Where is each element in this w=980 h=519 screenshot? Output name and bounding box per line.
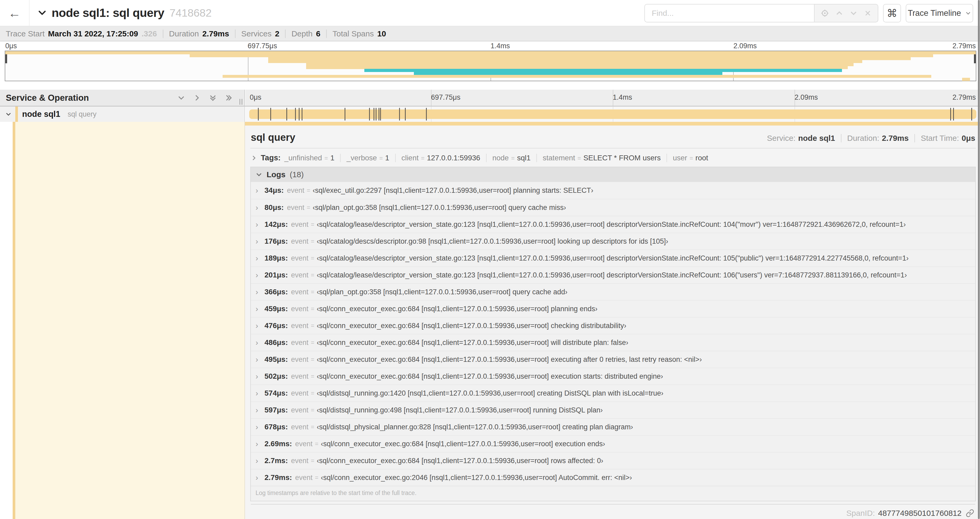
log-entry-row[interactable]: ›80μs:event=‹sql/plan_opt.go:358 [nsql1,… bbox=[251, 199, 975, 216]
log-field-key: event bbox=[291, 288, 309, 296]
prev-result-icon[interactable] bbox=[835, 9, 843, 17]
keyboard-shortcuts-button[interactable]: ⌘ bbox=[883, 4, 901, 22]
log-entry-row[interactable]: ›34μs:event=‹sql/exec_util.go:2297 [nsql… bbox=[251, 182, 975, 199]
tag-item[interactable]: statement=SELECT * FROM users bbox=[542, 154, 661, 162]
equals-sign: = bbox=[511, 155, 514, 162]
page-title: node sql1: sql query bbox=[52, 6, 164, 20]
summary-item: Trace StartMarch 31 2022, 17:25:09.326 bbox=[6, 29, 157, 38]
span-row-name-cell[interactable]: node sql1 sql query bbox=[0, 107, 245, 122]
chevron-right-icon: › bbox=[256, 287, 263, 296]
span-duration-bar[interactable] bbox=[249, 109, 976, 119]
log-entry-row[interactable]: ›574μs:event=‹sql/distsql_running.go:142… bbox=[251, 385, 975, 401]
log-entry-row[interactable]: ›201μs:event=‹sql/catalog/lease/descript… bbox=[251, 267, 975, 283]
log-field-value: ‹sql/conn_executor_exec.go:2046 [nsql1,c… bbox=[321, 474, 632, 482]
tag-separator bbox=[340, 154, 340, 162]
log-field-value: ‹sql/catalog/descs/descriptor.go:98 [nsq… bbox=[317, 237, 668, 246]
log-timestamp: 476μs: bbox=[264, 321, 288, 330]
chevron-down-icon bbox=[965, 10, 971, 16]
tag-item[interactable]: _verbose=1 bbox=[347, 154, 389, 162]
log-entry-row[interactable]: ›495μs:event=‹sql/conn_executor_exec.go:… bbox=[251, 351, 975, 367]
log-entry-row[interactable]: ›476μs:event=‹sql/conn_executor_exec.go:… bbox=[251, 317, 975, 334]
log-field-value: ‹sql/conn_executor_exec.go:684 [nsql1,cl… bbox=[317, 322, 626, 330]
log-entry-row[interactable]: ›2.79ms:event=‹sql/conn_executor_exec.go… bbox=[251, 469, 975, 486]
chevron-down-icon[interactable] bbox=[38, 9, 46, 17]
focus-match-icon[interactable] bbox=[821, 9, 829, 17]
vertical-scrollbar[interactable] bbox=[978, 0, 980, 519]
chevron-right-icon bbox=[251, 155, 257, 161]
equals-sign: = bbox=[311, 271, 314, 279]
log-field-value: ‹sql/catalog/lease/descriptor_version_st… bbox=[317, 271, 907, 279]
span-log-tick bbox=[369, 108, 370, 121]
find-result-controls bbox=[814, 4, 878, 22]
axis-tick-label: 2.79ms bbox=[952, 42, 976, 50]
tags-accordion[interactable]: Tags: _unfinished=1_verbose=1client=127.… bbox=[250, 149, 976, 167]
start-time-meta: Start Time:0μs bbox=[921, 134, 975, 143]
back-button[interactable]: ← bbox=[0, 0, 30, 26]
log-entry-row[interactable]: ›502μs:event=‹sql/conn_executor_exec.go:… bbox=[251, 367, 975, 385]
log-entry-row[interactable]: ›459μs:event=‹sql/conn_executor_exec.go:… bbox=[251, 300, 975, 317]
log-entry-row[interactable]: ›2.69ms:event=‹sql/conn_executor_exec.go… bbox=[251, 435, 975, 452]
equals-sign: = bbox=[311, 390, 314, 397]
summary-item: Depth6 bbox=[291, 29, 320, 38]
span-log-tick bbox=[302, 108, 302, 121]
equals-sign: = bbox=[311, 407, 314, 414]
log-entry-row[interactable]: ›597μs:event=‹sql/distsql_running.go:498… bbox=[251, 401, 975, 418]
log-timestamp: 597μs: bbox=[264, 406, 288, 414]
find-input[interactable] bbox=[644, 4, 814, 22]
log-entry-row[interactable]: ›142μs:event=‹sql/catalog/lease/descript… bbox=[251, 216, 975, 233]
span-log-tick bbox=[405, 108, 406, 121]
minimap-span-bar bbox=[190, 54, 933, 57]
collapse-one-icon[interactable] bbox=[177, 94, 185, 102]
span-log-tick bbox=[953, 108, 954, 121]
equals-sign: = bbox=[311, 255, 314, 262]
tag-item[interactable]: user=root bbox=[673, 154, 708, 162]
tag-item[interactable]: node=sql1 bbox=[492, 154, 531, 162]
log-entry-row[interactable]: ›366μs:event=‹sql/plan_opt.go:358 [nsql1… bbox=[251, 283, 975, 300]
log-entry-row[interactable]: ›189μs:event=‹sql/catalog/lease/descript… bbox=[251, 249, 975, 267]
span-log-tick bbox=[379, 108, 379, 121]
span-row-timeline-cell[interactable] bbox=[245, 107, 980, 122]
log-entry-row[interactable]: ›486μs:event=‹sql/conn_executor_exec.go:… bbox=[251, 334, 975, 351]
column-resizer-grip[interactable] bbox=[239, 99, 242, 105]
log-timestamp: 80μs: bbox=[264, 203, 284, 212]
service-operation-header: Service & Operation bbox=[0, 89, 245, 106]
equals-sign: = bbox=[307, 204, 310, 211]
log-entry-row[interactable]: ›176μs:event=‹sql/catalog/descs/descript… bbox=[251, 233, 975, 249]
equals-sign: = bbox=[689, 155, 693, 162]
expand-one-icon[interactable] bbox=[193, 94, 201, 102]
span-service-name: node sql1 bbox=[22, 109, 60, 119]
tag-item[interactable]: _unfinished=1 bbox=[284, 154, 334, 162]
chevron-right-icon: › bbox=[256, 439, 263, 448]
summary-value-fraction: .326 bbox=[142, 29, 157, 38]
tag-separator bbox=[486, 154, 487, 162]
tag-item[interactable]: client=127.0.0.1:59936 bbox=[401, 154, 480, 162]
minimap-span-bar bbox=[962, 78, 970, 81]
log-entry-row[interactable]: ›678μs:event=‹sql/distsql_physical_plann… bbox=[251, 418, 975, 435]
log-field-key: event bbox=[291, 356, 309, 364]
copy-link-icon[interactable] bbox=[966, 509, 974, 517]
log-entry-row[interactable]: ›2.7ms:event=‹sql/conn_executor_exec.go:… bbox=[251, 452, 975, 469]
minimap-axis: 0μs697.75μs1.4ms2.09ms2.79ms bbox=[5, 42, 976, 50]
logs-accordion-header[interactable]: Logs (18) bbox=[251, 167, 975, 182]
chevron-right-icon: › bbox=[256, 271, 263, 279]
log-timestamp: 189μs: bbox=[264, 254, 288, 262]
log-field-value: ‹sql/conn_executor_exec.go:684 [nsql1,cl… bbox=[317, 305, 598, 313]
minimap-span-bar bbox=[306, 63, 854, 66]
chevron-right-icon: › bbox=[256, 237, 263, 246]
chevron-down-icon[interactable] bbox=[5, 111, 11, 117]
log-timestamp: 574μs: bbox=[264, 389, 288, 398]
summary-label: Duration bbox=[169, 29, 199, 38]
span-log-tick bbox=[299, 108, 299, 121]
clear-search-icon[interactable] bbox=[864, 10, 872, 17]
timeline-axis-header: 0μs697.75μs1.4ms2.09ms2.79ms bbox=[245, 89, 980, 106]
collapse-all-icon[interactable] bbox=[209, 94, 217, 102]
minimap-canvas[interactable] bbox=[5, 51, 976, 81]
expand-all-icon[interactable] bbox=[225, 94, 232, 102]
tag-key: node bbox=[492, 154, 509, 162]
span-log-tick bbox=[399, 108, 400, 121]
equals-sign: = bbox=[311, 373, 314, 380]
trace-view-select[interactable]: Trace Timeline bbox=[906, 4, 973, 22]
span-color-accent bbox=[245, 122, 980, 126]
next-result-icon[interactable] bbox=[850, 9, 858, 17]
tag-key: user bbox=[673, 154, 687, 162]
